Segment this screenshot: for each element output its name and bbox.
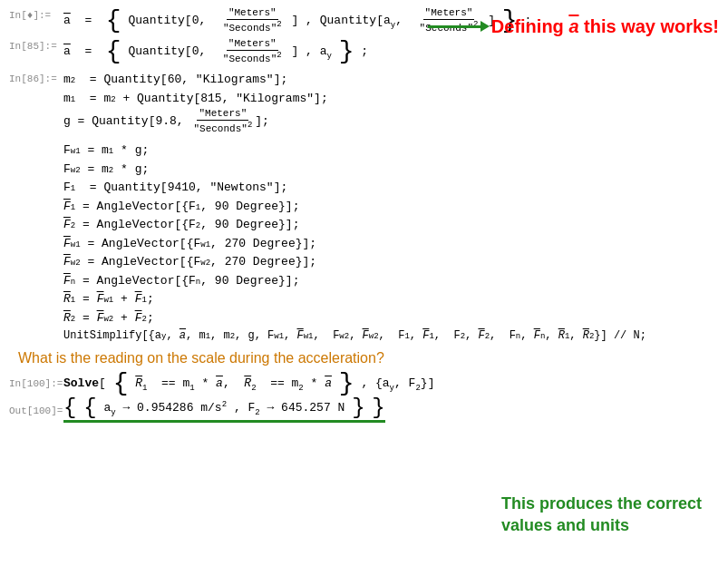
frac-1: "Meters" "Seconds"2 [221, 7, 284, 34]
frac-g: "Meters" "Seconds"2 [191, 108, 254, 135]
annotation-text-2: This produces the correct values and uni… [501, 494, 702, 533]
row-R1: R1 = Fw1 + F1; [63, 290, 719, 308]
row-m1: m1 = m2 + Quantity[815, "Kilograms"]; [63, 90, 719, 108]
frac-3-num: "Meters" [227, 38, 278, 51]
in-label-100: In[100]:= [9, 376, 63, 391]
in-label-86: In[86]:= [9, 71, 63, 86]
a-over: a [180, 327, 186, 344]
frac-3-den: "Seconds"2 [221, 51, 284, 65]
Fw1-vec-label: F [63, 235, 71, 253]
row-R2: R2 = Fw2 + F2; [63, 309, 719, 327]
row-Fw1vec: Fw1 = AngleVector[{Fw1, 270 Degree}]; [63, 235, 719, 253]
out-result: { { ay → 0.954286 m/s2 , F2 → 645.257 N … [63, 398, 385, 422]
as1: a [216, 376, 223, 390]
annotation-text-1: Defining a this way works! [491, 16, 719, 37]
cell-86-content: m2 = Quantity[60, "Kilograms"]; m1 = m2 … [63, 71, 719, 345]
solve-open: { [113, 369, 129, 397]
g-bracket: [ [149, 112, 156, 131]
R1-vec-label: R [63, 290, 71, 308]
Fw1o: F [297, 327, 304, 344]
green-arrow-1 [428, 25, 482, 28]
R2o: R [583, 327, 589, 344]
frac-1-num: "Meters" [227, 7, 278, 20]
Fn-vec-label: F [63, 272, 71, 290]
F2o: F [478, 327, 484, 344]
F1-vec-label: F [63, 198, 71, 216]
Fw1-label-r: F [97, 290, 104, 308]
cell-out100: Out[100]= { { ay → 0.954286 m/s2 , F2 → … [9, 398, 719, 422]
out-label-100: Out[100]= [9, 403, 63, 418]
ann-text-1a: Defining [491, 16, 569, 36]
out-open1: { [63, 396, 76, 420]
frac-g-den: "Seconds"2 [191, 121, 254, 135]
as2: a [325, 376, 332, 390]
a-vec-1: a [63, 14, 71, 27]
solve-keyword: Solve [63, 376, 99, 390]
row-F2vec: F2 = AngleVector[{F2, 90 Degree}]; [63, 216, 719, 234]
solve-close: } [339, 369, 354, 397]
cell-100: In[100]:= Solve[ { R1 == m1 * a, R2 == m… [9, 372, 719, 395]
bracket-open-1: [ [185, 14, 192, 27]
F1o: F [422, 327, 429, 344]
cell-out100-content: { { ay → 0.954286 m/s2 , F2 → 645.257 N … [63, 398, 719, 422]
annotation-2: This produces the correct values and uni… [501, 493, 719, 536]
cell-2: In[85]:= a = { Quantity[0, "Meters" "Sec… [9, 38, 719, 65]
row-fw2: Fw2 = m2 * g; [63, 161, 719, 179]
open-brace-2: { [106, 37, 121, 65]
row-m2: m2 = Quantity[60, "Kilograms"]; [63, 71, 719, 89]
R1s: R [135, 376, 142, 390]
frac-3: "Meters" "Seconds"2 [221, 38, 284, 65]
bracket-open-2: [ [376, 14, 383, 27]
row-unitsimplify: UnitSimplify[{ay, a, m1, m2, g, Fw1, Fw1… [63, 327, 719, 344]
close-brace-2: } [339, 37, 354, 65]
R2s: R [244, 376, 251, 390]
F2-vec-label: F [63, 216, 71, 234]
R2-vec-label: R [63, 309, 71, 327]
row-Fnvec: Fn = AngleVector[{Fn, 90 Degree}]; [63, 272, 719, 290]
Fw2-label-r: F [97, 309, 104, 327]
Fw2o: F [363, 327, 369, 344]
page: In[♦]:= a = { Quantity[0, "Meters" "Seco… [0, 0, 728, 586]
a-bar-2: a [63, 44, 71, 58]
out-close1: } [372, 396, 384, 420]
cell-86: In[86]:= m2 = Quantity[60, "Kilograms"];… [9, 71, 719, 345]
annotation-1: Defining a this way works! [428, 16, 719, 37]
open-brace-1: { [106, 6, 121, 34]
F1-label-r: F [135, 290, 142, 308]
cell-100-content: Solve[ { R1 == m1 * a, R2 == m2 * a } , … [63, 372, 719, 395]
Fno: F [534, 327, 540, 344]
in-label-85: In[85]:= [9, 38, 63, 54]
row-f1: F1 = Quantity[9410, "Newtons"]; [63, 179, 719, 197]
F2-label-r: F [135, 309, 142, 327]
R1o: R [558, 327, 565, 344]
frac-g-num: "Meters" [197, 108, 248, 121]
Fw2-vec-label: F [63, 253, 71, 271]
cell-2-content: a = { Quantity[0, "Meters" "Seconds"2 ] … [63, 38, 719, 65]
row-fw1: Fw1 = m1 * g; [63, 142, 719, 160]
row-Fw2vec: Fw2 = AngleVector[{Fw2, 270 Degree}]; [63, 253, 719, 271]
frac-1-den: "Seconds"2 [221, 20, 284, 34]
ann-a-bar: a [568, 16, 578, 36]
question-text: What is the reading on the scale during … [18, 350, 719, 366]
out-open2: { [83, 396, 96, 420]
row-g: g = Quantity[9.8, "Meters" "Seconds"2 ]; [63, 108, 719, 135]
ann-text-1b: this way works! [579, 16, 720, 36]
row-F1vec: F1 = AngleVector[{F1, 90 Degree}]; [63, 198, 719, 216]
in-label-1: In[♦]:= [9, 7, 63, 23]
out-close2: } [352, 396, 364, 420]
